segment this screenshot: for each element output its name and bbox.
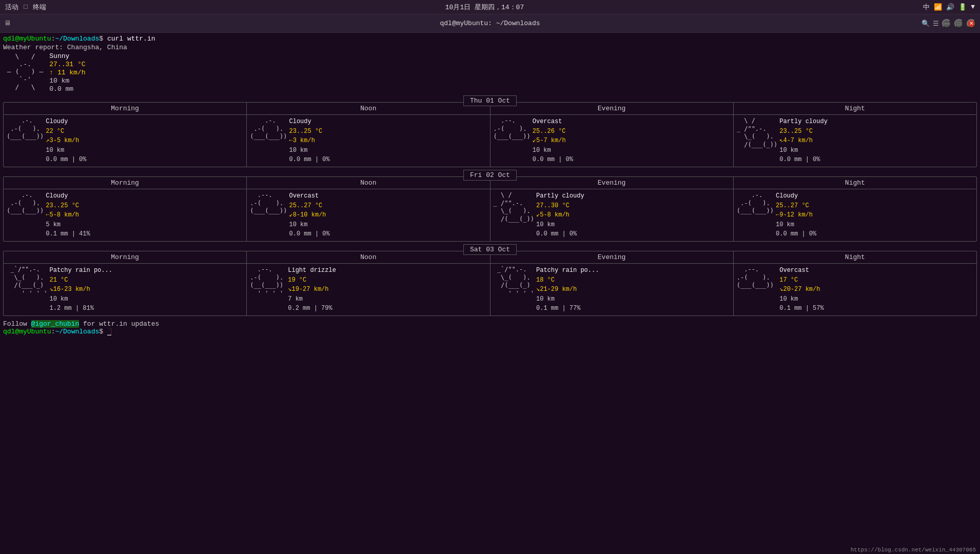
- wind-2-0: ↘16-23 km/h: [49, 285, 112, 294]
- vis-1-3: 10 km: [776, 220, 816, 230]
- follow-text: Follow: [3, 320, 31, 328]
- cell-ascii-1-1: .--. .-( ). (___(___)): [250, 191, 287, 239]
- condition-0-3: Partly cloudy: [779, 117, 828, 127]
- cell-ascii-2-1: .--. .-( ). (__(___)) ' ' ' ': [250, 266, 286, 313]
- col-header-1-3: Night: [734, 177, 976, 189]
- condition-0-2: Overcast: [533, 117, 573, 127]
- precip-2-2: 0.1 mm | 77%: [536, 304, 599, 313]
- vis-1-0: 5 km: [46, 220, 90, 230]
- day-section-0: Thu 01 OctMorningNoonEveningNight .-. .-…: [3, 102, 977, 167]
- maximize-button[interactable]: □: [954, 19, 964, 28]
- cell-ascii-2-2: _`/"".-. \_( ). /(___(_) ' ' ' ': [494, 266, 534, 313]
- wind-1-2: ↙5-8 km/h: [536, 210, 584, 220]
- cell-info-0-1: Cloudy23..25 °C←3 km/h10 km0.0 mm | 0%: [289, 117, 330, 165]
- cell-info-1-3: Cloudy25..27 °C←9-12 km/h10 km0.0 mm | 0…: [776, 191, 816, 239]
- temp-1-1: 25..27 °C: [289, 201, 330, 211]
- vis-0-2: 10 km: [533, 146, 573, 155]
- condition-1-0: Cloudy: [46, 191, 90, 201]
- follow-link[interactable]: @igor_chubin: [31, 320, 80, 328]
- vis-0-0: 10 km: [46, 146, 86, 155]
- terminal-window-icon: 🖥: [4, 19, 11, 27]
- weather-cell-1-0: .-. .-( ). (___(___))Cloudy23..25 °C←5-8…: [4, 189, 247, 241]
- activity-label[interactable]: 活动: [5, 3, 18, 12]
- terminal-menu-icon[interactable]: ☰: [933, 19, 939, 28]
- day-data-row-0: .-. .-( ). (___(___))Cloudy22 °C↗3-5 km/…: [4, 115, 976, 167]
- cell-info-0-2: Overcast25..26 °C↙5-7 km/h10 km0.0 mm | …: [533, 117, 573, 165]
- prompt-command: curl wttr.in: [107, 35, 155, 43]
- temp-1-2: 27..30 °C: [536, 201, 584, 211]
- weather-cell-0-1: .-. .-( ). (___(___))Cloudy23..25 °C←3 k…: [247, 115, 490, 167]
- minimize-button[interactable]: —: [942, 19, 951, 28]
- wifi-icon: 📶: [934, 3, 942, 11]
- day-label-2: Sat 03 Oct: [463, 244, 517, 255]
- day-section-1: Fri 02 OctMorningNoonEveningNight .-. .-…: [3, 176, 977, 242]
- condition-1-2: Partly cloudy: [536, 191, 584, 201]
- weather-cell-1-2: \ / _ /"".-. \_( ). /(___(_))Partly clou…: [491, 189, 734, 241]
- current-temp: 27..31 °C: [49, 61, 85, 68]
- temp-2-0: 21 °C: [49, 275, 112, 285]
- weather-cell-0-3: \ / _ /"".-. \_( ). /(___(_))Partly clou…: [734, 115, 976, 167]
- temp-1-3: 25..27 °C: [776, 201, 816, 211]
- wind-2-2: ↘21-29 km/h: [536, 285, 599, 294]
- weather-cell-0-2: .--. .-( ). (___(___))Overcast25..26 °C↙…: [491, 115, 734, 167]
- prompt-path: ~/Downloads: [55, 35, 99, 43]
- terminal-app-label[interactable]: 终端: [33, 3, 46, 12]
- wind-1-1: ↙8-10 km/h: [289, 210, 330, 220]
- cell-ascii-0-0: .-. .-( ). (___(___)): [7, 117, 44, 165]
- current-condition: Sunny: [49, 52, 85, 60]
- precip-2-1: 0.2 mm | 79%: [288, 304, 336, 313]
- close-button[interactable]: ✕: [967, 19, 976, 28]
- day-data-row-1: .-. .-( ). (___(___))Cloudy23..25 °C←5-8…: [4, 189, 976, 241]
- vis-1-1: 10 km: [289, 220, 330, 230]
- terminal-title: qdl@myUbuntu: ~/Downloads: [440, 19, 540, 27]
- battery-icon: 🔋: [958, 3, 967, 11]
- current-vis: 10 km: [49, 77, 85, 85]
- cell-info-2-3: Overcast17 °C↘20-27 km/h10 km0.1 mm | 57…: [779, 266, 824, 313]
- dropdown-icon[interactable]: ▼: [971, 3, 975, 11]
- condition-2-2: Patchy rain po...: [536, 266, 599, 275]
- cell-ascii-0-1: .-. .-( ). (___(___)): [250, 117, 287, 165]
- weather-cell-2-3: .--. .-( ). (___(___)) Overcast17 °C↘20-…: [734, 264, 976, 315]
- condition-2-0: Patchy rain po...: [49, 266, 112, 275]
- vis-2-3: 10 km: [779, 294, 824, 304]
- weather-cell-1-1: .--. .-( ). (___(___))Overcast25..27 °C↙…: [247, 189, 490, 241]
- precip-0-3: 0.0 mm | 0%: [779, 155, 828, 165]
- prompt2-user: qdl@myUbuntu: [3, 328, 51, 335]
- col-header-2-2: Evening: [491, 251, 734, 263]
- follow-line: Follow @igor_chubin for wttr.in updates: [3, 320, 977, 328]
- days-container: Thu 01 OctMorningNoonEveningNight .-. .-…: [3, 102, 977, 316]
- status-bar: https://blog.csdn.net/weixin_44307065: [847, 546, 980, 554]
- condition-2-3: Overcast: [779, 266, 824, 275]
- wind-0-3: ↖4-7 km/h: [779, 136, 828, 146]
- condition-2-1: Light drizzle: [288, 266, 336, 275]
- prompt-dollar: $: [99, 35, 103, 43]
- system-bar: 活动 □ 终端 10月1日 星期四，14：07 中 📶 🔊 🔋 ▼: [0, 0, 980, 14]
- precip-1-2: 0.0 mm | 0%: [536, 229, 584, 239]
- cursor-block: █: [107, 328, 111, 335]
- weather-cell-2-1: .--. .-( ). (__(___)) ' ' ' 'Light drizz…: [247, 264, 490, 315]
- col-header-0-1: Noon: [247, 103, 490, 114]
- col-header-1-2: Evening: [491, 177, 734, 189]
- wind-0-1: ←3 km/h: [289, 136, 330, 146]
- cell-info-1-1: Overcast25..27 °C↙8-10 km/h10 km0.0 mm |…: [289, 191, 330, 239]
- precip-0-2: 0.0 mm | 0%: [533, 155, 573, 165]
- vis-1-2: 10 km: [536, 220, 584, 230]
- temp-0-0: 22 °C: [46, 127, 86, 136]
- cell-ascii-1-2: \ / _ /"".-. \_( ). /(___(_)): [494, 191, 534, 239]
- cell-info-1-0: Cloudy23..25 °C←5-8 km/h5 km0.1 mm | 41%: [46, 191, 90, 239]
- current-wind: ↑ 11 km/h: [49, 69, 85, 76]
- lang-indicator[interactable]: 中: [923, 3, 930, 12]
- wind-0-0: ↗3-5 km/h: [46, 136, 86, 146]
- current-precip: 0.0 mm: [49, 85, 85, 93]
- second-prompt: qdl@myUbuntu:~/Downloads$ █: [3, 328, 977, 335]
- col-header-0-3: Night: [734, 103, 976, 114]
- day-label-0: Thu 01 Oct: [463, 95, 517, 106]
- cell-ascii-0-2: .--. .-( ). (___(___)): [494, 117, 531, 165]
- system-bar-clock: 10月1日 星期四，14：07: [445, 3, 524, 12]
- cell-ascii-1-0: .-. .-( ). (___(___)): [7, 191, 44, 239]
- terminal-search-icon[interactable]: 🔍: [922, 19, 930, 28]
- follow-suffix: for wttr.in updates: [79, 320, 159, 328]
- prompt-user: qdl@myUbuntu: [3, 35, 51, 43]
- volume-icon: 🔊: [946, 3, 954, 11]
- cell-ascii-2-3: .--. .-( ). (___(___)): [737, 266, 777, 313]
